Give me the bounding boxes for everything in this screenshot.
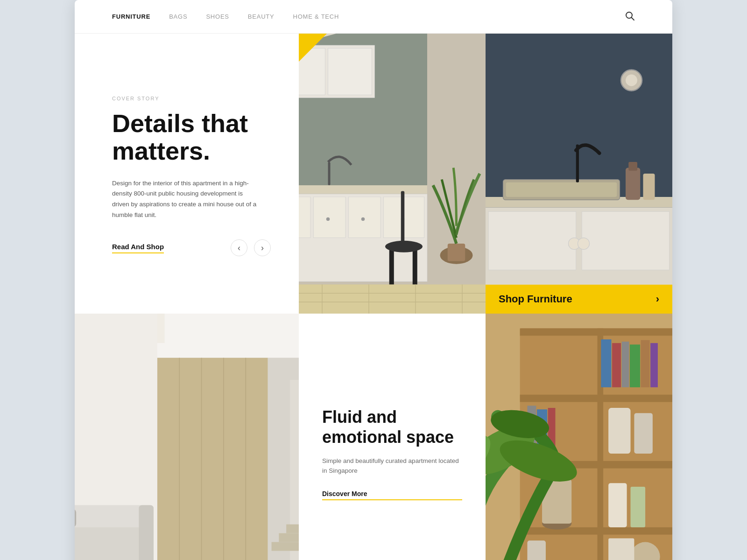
living-room-image <box>75 314 299 560</box>
discover-more-link[interactable]: Discover More <box>322 490 462 500</box>
yellow-corner-decoration <box>299 34 327 62</box>
nav-shoes[interactable]: SHOES <box>206 13 229 20</box>
svg-rect-6 <box>328 48 372 95</box>
svg-rect-61 <box>139 505 154 560</box>
svg-rect-24 <box>401 191 405 247</box>
svg-point-46 <box>578 238 590 250</box>
svg-rect-92 <box>631 487 646 527</box>
svg-rect-73 <box>520 395 672 402</box>
hero-text-panel: COVER STORY Details that matters. Design… <box>75 34 299 314</box>
svg-line-1 <box>632 18 634 21</box>
nav-home-tech[interactable]: HOME & TECH <box>293 13 339 20</box>
sink-image: Shop Furniture › <box>486 34 672 314</box>
svg-rect-87 <box>608 408 630 454</box>
svg-rect-83 <box>650 343 658 387</box>
svg-rect-72 <box>520 329 672 336</box>
svg-point-15 <box>326 217 330 221</box>
svg-rect-44 <box>582 211 669 270</box>
kitchen-image <box>299 34 486 314</box>
prev-arrow-button[interactable]: ‹ <box>231 239 247 256</box>
shop-furniture-label: Shop Furniture <box>499 293 572 305</box>
svg-rect-79 <box>612 343 621 387</box>
nav-furniture[interactable]: FURNITURE <box>112 13 150 20</box>
hero-title: Details that matters. <box>112 110 271 165</box>
nav-beauty[interactable]: BEAUTY <box>248 13 275 20</box>
shop-furniture-arrow-icon: › <box>656 293 659 305</box>
hero-actions: Read And Shop ‹ › <box>112 239 271 256</box>
svg-rect-20 <box>448 244 465 261</box>
svg-rect-40 <box>628 162 637 171</box>
svg-rect-50 <box>157 358 268 560</box>
nav-bags[interactable]: BAGS <box>169 13 187 20</box>
navigation: FURNITURE BAGS SHOES BEAUTY HOME & TECH <box>75 0 672 34</box>
fluid-title: Fluid and emotional space <box>322 407 462 447</box>
next-arrow-button[interactable]: › <box>254 239 271 256</box>
svg-rect-12 <box>348 197 381 238</box>
svg-rect-62 <box>75 509 76 527</box>
carousel-navigation: ‹ › <box>231 239 271 256</box>
svg-rect-25 <box>299 285 486 314</box>
shop-furniture-bar[interactable]: Shop Furniture › <box>486 285 672 314</box>
shelf-scene-svg <box>486 314 672 560</box>
sink-scene-svg <box>486 34 672 314</box>
svg-rect-75 <box>520 527 672 535</box>
browser-frame: FURNITURE BAGS SHOES BEAUTY HOME & TECH … <box>75 0 672 560</box>
svg-rect-98 <box>527 540 545 560</box>
svg-rect-68 <box>279 533 299 542</box>
svg-rect-82 <box>641 340 650 387</box>
svg-rect-78 <box>601 339 611 387</box>
shelf-plant-image <box>486 314 672 560</box>
svg-rect-81 <box>630 344 640 387</box>
svg-rect-37 <box>506 182 617 197</box>
search-icon[interactable] <box>625 11 635 22</box>
cover-label: COVER STORY <box>112 96 271 101</box>
kitchen-scene-svg <box>299 34 486 314</box>
svg-rect-11 <box>313 197 345 238</box>
svg-rect-41 <box>643 174 655 200</box>
fluid-description: Simple and beautifully curated apartment… <box>322 456 462 476</box>
main-grid: COVER STORY Details that matters. Design… <box>75 34 672 560</box>
svg-rect-91 <box>608 483 627 527</box>
svg-rect-18 <box>328 162 331 185</box>
living-scene-svg <box>75 314 299 560</box>
svg-rect-10 <box>299 197 310 238</box>
svg-point-34 <box>626 75 637 86</box>
svg-rect-43 <box>488 211 576 270</box>
svg-point-16 <box>361 217 365 221</box>
svg-rect-80 <box>622 342 629 387</box>
svg-rect-69 <box>286 525 299 533</box>
svg-rect-39 <box>626 168 640 200</box>
svg-rect-8 <box>299 185 427 194</box>
svg-rect-88 <box>634 413 652 454</box>
svg-rect-67 <box>272 542 299 551</box>
fluid-text-panel: Fluid and emotional space Simple and bea… <box>299 314 486 560</box>
svg-rect-100 <box>608 539 634 560</box>
hero-description: Design for the interior of this apartmen… <box>112 178 261 221</box>
read-and-shop-link[interactable]: Read And Shop <box>112 243 164 253</box>
